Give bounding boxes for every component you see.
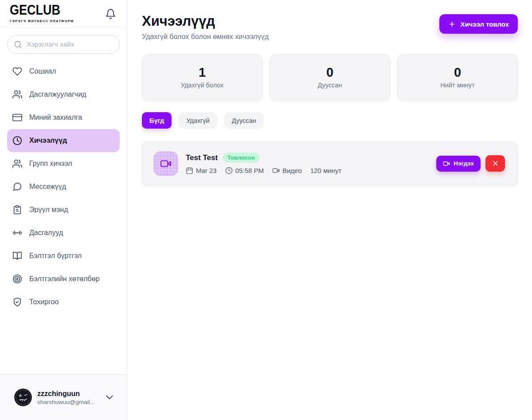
sidebar-item-label: Сошиал <box>29 67 56 75</box>
video-camera-icon <box>443 160 450 167</box>
sidebar-item-label: Бэлтгэлийн хөтөлбөр <box>29 275 100 283</box>
lesson-time: 05:58 PM <box>225 167 264 174</box>
sidebar-item-label: Дасгалжуулагчид <box>29 90 86 98</box>
sidebar: GECLUB ГЭРЭГЭ ФИТНЕСС ПЛАТФОРМ Сошиал Да… <box>0 0 127 420</box>
sidebar-item-label: Дасгалууд <box>29 229 63 237</box>
close-icon <box>491 159 500 168</box>
avatar[interactable] <box>14 389 32 406</box>
sidebar-item-training-program[interactable]: Бэлтгэлийн хөтөлбөр <box>7 267 120 290</box>
sidebar-header: GECLUB ГЭРЭГЭ ФИТНЕСС ПЛАТФОРМ <box>0 0 127 28</box>
user-email: sharshuwuu@gmail... <box>37 399 98 405</box>
cancel-lesson-button[interactable] <box>485 155 505 172</box>
sidebar-item-lessons[interactable]: Хичээлүүд <box>7 129 120 152</box>
sidebar-item-label: Мессежүүд <box>29 183 66 191</box>
sidebar-item-training-log[interactable]: Бэлтгэл бүртгэл <box>7 244 120 267</box>
lesson-date: Mar 23 <box>186 167 217 174</box>
search-icon <box>14 40 22 49</box>
user-search-box[interactable] <box>7 35 120 54</box>
lesson-type-text: Видео <box>282 167 302 174</box>
schedule-lesson-button[interactable]: Хичээл товлох <box>439 14 518 34</box>
dumbbell-icon <box>12 228 22 238</box>
video-camera-icon <box>272 167 280 174</box>
clock-icon <box>12 136 22 145</box>
clipboard-icon <box>12 205 22 215</box>
sidebar-item-group-lessons[interactable]: Групп хичээл <box>7 152 120 175</box>
sidebar-item-exercises[interactable]: Дасгалууд <box>7 221 120 244</box>
clock-icon <box>225 167 233 174</box>
sidebar-item-trainers[interactable]: Дасгалжуулагчид <box>7 83 120 106</box>
sidebar-nav: Сошиал Дасгалжуулагчид Миний захиалга Хи… <box>0 56 127 374</box>
sidebar-item-label: Групп хичээл <box>29 160 72 168</box>
user-profile-section[interactable]: zzzchinguun sharshuwuu@gmail... <box>0 374 127 420</box>
status-badge: Товлосон <box>223 153 260 163</box>
sidebar-item-settings[interactable]: Тохиргоо <box>7 290 120 314</box>
page-title: Хичээлүүд <box>142 13 269 29</box>
lesson-card: Test Test Товлосон Mar 23 05:58 PM <box>142 141 518 185</box>
book-icon <box>12 251 22 261</box>
video-thumbnail <box>153 151 178 176</box>
filter-completed-button[interactable]: Дууссан <box>224 112 264 129</box>
sidebar-item-messages[interactable]: Мессежүүд <box>7 175 120 198</box>
credit-card-icon <box>12 113 22 122</box>
join-lesson-label: Нэгдэх <box>454 160 474 167</box>
stat-card-completed: 0 Дууссан <box>270 54 390 100</box>
shield-check-icon <box>12 297 22 307</box>
target-icon <box>12 274 22 284</box>
logo-title: GECLUB <box>10 4 74 17</box>
search-input[interactable] <box>27 40 115 48</box>
sidebar-item-label: Бэлтгэл бүртгэл <box>29 252 82 260</box>
plus-icon <box>448 20 456 28</box>
stat-label: Нийт минут <box>440 82 474 89</box>
stat-value: 0 <box>326 66 333 80</box>
calendar-icon <box>186 167 193 174</box>
filter-all-button[interactable]: Бүгд <box>142 112 172 129</box>
lesson-duration-text: 120 минут <box>310 167 342 174</box>
users-icon <box>12 159 22 169</box>
user-name: zzzchinguun <box>37 390 98 398</box>
sidebar-item-label: Миний захиалга <box>29 114 82 122</box>
lesson-title: Test Test <box>186 153 218 162</box>
schedule-lesson-label: Хичээл товлох <box>460 20 509 28</box>
stats-row: 1 Удахгүй болох 0 Дууссан 0 Нийт минут <box>142 54 518 100</box>
sidebar-item-social[interactable]: Сошиал <box>7 60 120 83</box>
stat-value: 1 <box>199 66 206 80</box>
app-logo: GECLUB ГЭРЭГЭ ФИТНЕСС ПЛАТФОРМ <box>10 4 74 23</box>
video-camera-icon <box>160 158 172 169</box>
sidebar-item-health[interactable]: Эрүүл мэнд <box>7 198 120 221</box>
join-lesson-button[interactable]: Нэгдэх <box>436 156 481 172</box>
logo-subtitle: ГЭРЭГЭ ФИТНЕСС ПЛАТФОРМ <box>10 19 74 23</box>
notifications-bell-icon[interactable] <box>104 8 117 20</box>
sidebar-item-my-orders[interactable]: Миний захиалга <box>7 106 120 129</box>
lesson-type: Видео <box>272 167 302 174</box>
users-icon <box>12 90 22 99</box>
heart-icon <box>12 67 22 76</box>
chevron-down-icon[interactable] <box>104 392 115 403</box>
sidebar-item-label: Хичээлүүд <box>29 137 67 145</box>
lesson-time-text: 05:58 PM <box>235 167 264 174</box>
page-subtitle: Удахгүй болох болон өмнөх хичээлүүд <box>142 33 269 41</box>
lesson-date-text: Mar 23 <box>196 167 217 174</box>
sidebar-item-label: Эрүүл мэнд <box>29 206 68 214</box>
stat-value: 0 <box>454 66 461 80</box>
lesson-filters: Бүгд Удахгүй Дууссан <box>142 112 518 129</box>
main-content: Хичээлүүд Удахгүй болох болон өмнөх хичэ… <box>127 0 532 420</box>
stat-label: Удахгүй болох <box>181 82 223 89</box>
stat-card-upcoming: 1 Удахгүй болох <box>142 54 262 100</box>
lesson-duration: 120 минут <box>310 167 342 174</box>
stat-card-total-minutes: 0 Нийт минут <box>397 54 518 100</box>
filter-upcoming-button[interactable]: Удахгүй <box>179 112 217 129</box>
sidebar-item-label: Тохиргоо <box>29 298 59 306</box>
chat-bubble-icon <box>12 182 22 192</box>
stat-label: Дууссан <box>317 82 342 89</box>
